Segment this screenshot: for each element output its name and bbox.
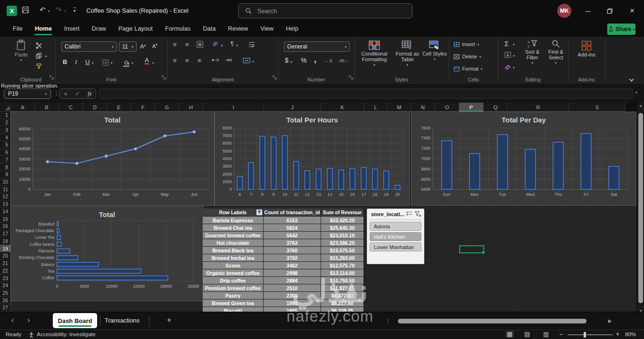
pivot-header-0[interactable]: Row Labels [203,209,264,217]
font-color-icon[interactable]: A [145,57,149,65]
find-select-button[interactable]: Find & Select ▾ [545,40,567,65]
scroll-up-icon[interactable]: ▲ [639,104,643,108]
column-header-D[interactable]: D [83,103,107,112]
insert-function-icon[interactable]: fx [88,90,92,97]
orientation-dropdown-icon[interactable]: ▾ [221,44,223,47]
ribbon-tab-file[interactable]: File [7,22,29,36]
font-dialog-launcher-icon[interactable] [162,73,166,81]
chart-total-per-hours[interactable]: Total Per Hours0100020003000400050006000… [215,112,410,206]
restore-button[interactable] [599,0,620,22]
top-align-icon[interactable]: ≡ [173,41,177,48]
selected-cell[interactable] [459,245,484,253]
fill-icon[interactable] [504,52,511,58]
normal-view-icon[interactable]: ▦ [505,331,514,338]
new-sheet-button[interactable]: + [167,316,171,324]
undo-icon[interactable]: ↶ [40,6,46,14]
underline-button[interactable]: U [85,58,90,65]
column-header-M[interactable]: M [388,103,411,112]
autosum-icon[interactable]: Σ [504,40,509,48]
quick-access-toolbar-icon[interactable]: ▾ [74,8,76,13]
ribbon-tab-home[interactable]: Home [29,22,58,36]
enter-icon[interactable]: ✓ [75,90,80,97]
sheet-tab-dash-board[interactable]: Dash Board [53,313,97,328]
column-header-J[interactable]: J [264,103,321,112]
page-layout-view-icon[interactable]: ▤ [524,331,530,338]
ribbon-tab-draw[interactable]: Draw [86,22,112,36]
horizontal-scrollbar-thumb[interactable] [398,319,586,323]
slicer-item-astoria[interactable]: Astoria [370,222,421,231]
copy-icon[interactable] [36,53,42,59]
merge-center-dropdown-icon[interactable]: ▾ [252,60,254,63]
column-header-P[interactable]: P [459,103,484,112]
font-color-dropdown-icon[interactable]: ▾ [152,61,154,65]
share-button[interactable]: Share ▾ [607,24,636,35]
clear-icon[interactable] [504,64,511,70]
currency-format-icon[interactable]: $ [285,56,289,64]
font-name-select[interactable]: Calibri▾ [61,41,117,52]
column-header-C[interactable]: C [59,103,83,112]
clear-filter-icon[interactable] [414,211,421,217]
column-header-O[interactable]: O [435,103,459,112]
increase-indent-icon[interactable]: ⇥≡ [225,57,232,63]
ribbon-tab-page-layout[interactable]: Page Layout [112,22,159,36]
decrease-decimal-icon[interactable]: .00→ [339,58,349,63]
zoom-level[interactable]: 80% [625,331,636,337]
column-header-E[interactable]: E [107,103,131,112]
column-header-N[interactable]: N [411,103,435,112]
column-header-Q[interactable]: Q [484,103,508,112]
pivot-filter-icon[interactable] [256,210,262,215]
clipboard-dialog-launcher-icon[interactable] [50,73,54,81]
row-header-15[interactable]: 15 [0,215,10,223]
ribbon-tab-data[interactable]: Data [197,22,222,36]
pivot-header-1[interactable]: Count of transaction_id [264,209,321,217]
underline-dropdown-icon[interactable]: ▾ [92,61,94,65]
avatar[interactable]: MK [557,4,571,18]
zoom-out-icon[interactable]: − [559,331,563,338]
column-header-S[interactable]: S [569,103,626,112]
row-header-16[interactable]: 16 [0,223,10,230]
insert-cells-button[interactable]: Insert▾ [454,41,479,47]
row-header-25[interactable]: 25 [0,290,10,297]
row-header-2[interactable]: 2 [0,119,10,127]
percent-format-icon[interactable]: % [301,56,306,64]
vertical-scrollbar[interactable]: ▲ ▼ [636,103,644,318]
ribbon-tab-formulas[interactable]: Formulas [159,22,197,36]
search-input[interactable]: Search [238,3,413,18]
cut-icon[interactable] [36,42,42,49]
delete-cells-button[interactable]: Delete▾ [454,54,481,59]
merge-center-icon[interactable] [243,57,250,64]
comma-format-icon[interactable]: , [314,55,316,65]
sort-filter-button[interactable]: AZ Sort & Filter ▾ [520,40,544,65]
format-as-table-button[interactable]: Format as Table ▾ [393,40,421,66]
formula-input[interactable] [99,89,633,99]
row-header-5[interactable]: 5 [0,141,10,149]
bottom-align-icon[interactable]: ≡ [197,41,203,48]
ribbon-tab-view[interactable]: View [254,22,280,36]
column-header-A[interactable]: A [11,103,35,112]
name-box[interactable]: P19▾ [4,89,51,99]
row-header-14[interactable]: 14 [0,208,10,216]
save-icon[interactable] [22,6,29,15]
borders-icon[interactable] [102,59,109,66]
column-header-B[interactable]: B [35,103,59,112]
conditional-formatting-button[interactable]: Conditional Formatting ▾ [357,40,391,66]
column-header-I[interactable]: I [203,103,264,112]
row-header-17[interactable]: 17 [0,230,10,238]
orientation-icon[interactable]: ab [212,40,219,48]
fill-dropdown-icon[interactable]: ▾ [513,54,515,57]
minimize-button[interactable]: ─ [577,0,599,22]
fill-color-icon[interactable] [123,58,129,67]
chart-total-per-day[interactable]: Total Per Day640066006800700072007400760… [411,112,636,206]
row-header-6[interactable]: 6 [0,149,10,156]
cell-styles-button[interactable]: Cell Styles ▾ [422,40,447,61]
row-header-11[interactable]: 11 [0,186,10,193]
next-sheet-icon[interactable]: › [27,316,30,324]
row-header-20[interactable]: 20 [0,252,10,260]
decrease-font-size-button[interactable]: A▾ [152,43,157,49]
column-header-R[interactable]: R [508,103,569,112]
row-header-24[interactable]: 24 [0,282,10,290]
accessibility-status[interactable]: Accessibility: Investigate [37,331,96,337]
row-header-26[interactable]: 26 [0,297,10,304]
paste-button[interactable]: Paste ▾ [10,40,32,62]
align-right-icon[interactable]: ≡ [198,57,201,64]
